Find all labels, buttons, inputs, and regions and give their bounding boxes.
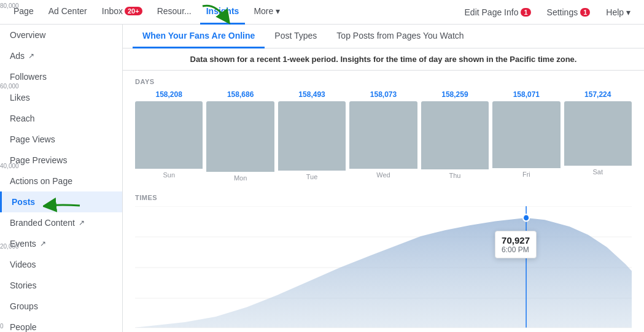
day-col-tue: 158,493Tue — [278, 90, 346, 182]
days-grid: 158,208Sun158,686Mon158,493Tue158,073Wed… — [135, 90, 632, 182]
day-label-sat: Sat — [593, 168, 603, 176]
day-value-wed: 158,073 — [370, 90, 397, 99]
sidebar-label-actionsonpage: Actions on Page — [10, 176, 72, 186]
times-label: TIMES — [135, 194, 632, 201]
day-value-mon: 158,686 — [227, 90, 254, 99]
nav-item-resources[interactable]: Resour... — [151, 0, 198, 25]
day-bar-thu — [421, 101, 489, 169]
day-label-fri: Fri — [522, 171, 530, 178]
days-label: DAYS — [135, 78, 632, 85]
sub-tab-postTypes[interactable]: Post Types — [265, 25, 327, 48]
day-label-mon: Mon — [234, 174, 247, 182]
sub-tabs: When Your Fans Are OnlinePost TypesTop P… — [123, 25, 644, 48]
day-value-thu: 158,259 — [441, 90, 468, 99]
day-label-tue: Tue — [306, 173, 318, 180]
svg-point-6 — [523, 214, 529, 221]
nav-right-settings[interactable]: Settings1 — [541, 4, 597, 20]
day-value-fri: 158,071 — [513, 90, 540, 99]
nav-right-badge-editpage: 1 — [521, 8, 530, 17]
day-col-fri: 158,071Fri — [492, 90, 560, 182]
day-label-thu: Thu — [449, 172, 460, 179]
main-layout: OverviewAds↗FollowersLikesReachPage View… — [0, 25, 644, 332]
nav-right-badge-settings: 1 — [580, 8, 590, 17]
info-text: Data shown for a recent 1-week period. I… — [190, 55, 577, 64]
day-bar-wed — [349, 101, 417, 169]
day-col-mon: 158,686Mon — [206, 90, 274, 182]
nav-right-editpage[interactable]: Edit Page Info1 — [459, 4, 537, 20]
chart-area: 70,927 6:00 PM — [135, 206, 632, 329]
day-value-sun: 158,208 — [156, 90, 182, 99]
day-bar-fri — [492, 101, 560, 168]
day-bar-mon — [206, 101, 274, 172]
day-value-tue: 158,493 — [298, 90, 325, 99]
top-nav-right: Edit Page Info1Settings1Help ▾ — [459, 4, 637, 20]
nav-item-insights[interactable]: Insights — [200, 0, 246, 25]
main-content: When Your Fans Are OnlinePost TypesTop P… — [123, 25, 644, 332]
sidebar-icon-ads: ↗ — [28, 52, 34, 60]
day-col-wed: 158,073Wed — [349, 90, 417, 182]
chart-wrapper: 80,00060,00040,00020,0000 — [135, 206, 632, 332]
app-container: PageAd CenterInbox20+Resour...InsightsMo… — [0, 0, 644, 332]
day-col-sat: 157,224Sat — [564, 90, 632, 182]
top-nav-left: PageAd CenterInbox20+Resour...InsightsMo… — [7, 0, 286, 25]
day-label-wed: Wed — [376, 171, 390, 179]
day-label-sun: Sun — [163, 171, 175, 179]
day-bar-sun — [135, 101, 203, 169]
nav-item-adcenter[interactable]: Ad Center — [42, 0, 93, 25]
chart-container: 70,927 6:00 PM 3:00 AM6:00 AM9:00 AM3:00… — [135, 206, 632, 332]
day-bar-sat — [564, 101, 632, 166]
day-bar-tue — [278, 101, 346, 171]
sidebar-label-branded: Branded Content — [10, 218, 75, 228]
nav-item-inbox[interactable]: Inbox20+ — [96, 0, 149, 25]
sidebar-icon-branded: ↗ — [79, 218, 85, 227]
sub-tab-whenOnline[interactable]: When Your Fans Are Online — [133, 25, 265, 48]
day-col-sun: 158,208Sun — [135, 90, 203, 182]
sub-tab-topPosts[interactable]: Top Posts from Pages You Watch — [327, 25, 473, 48]
times-section: TIMES 80,00060,00040,00020,0000 — [123, 189, 644, 332]
days-section: DAYS 158,208Sun158,686Mon158,493Tue158,0… — [123, 71, 644, 189]
nav-badge-inbox: 20+ — [125, 7, 142, 15]
day-value-sat: 157,224 — [584, 90, 611, 99]
day-col-thu: 158,259Thu — [421, 90, 489, 182]
top-nav: PageAd CenterInbox20+Resour...InsightsMo… — [0, 0, 644, 25]
sidebar-icon-events: ↗ — [40, 239, 46, 248]
nav-right-help[interactable]: Help ▾ — [600, 4, 637, 20]
chart-svg — [135, 206, 632, 329]
nav-item-more[interactable]: More ▾ — [247, 0, 286, 25]
info-bar: Data shown for a recent 1-week period. I… — [123, 48, 644, 71]
